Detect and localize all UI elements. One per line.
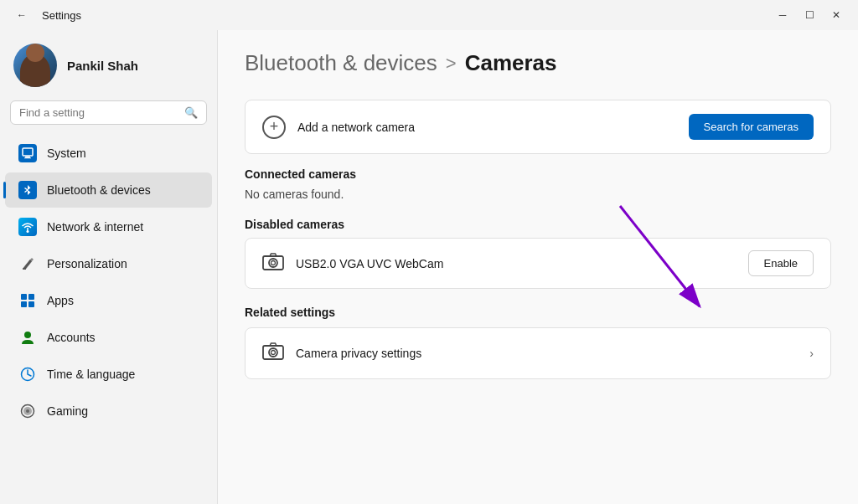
disabled-camera-name: USB2.0 VGA UVC WebCam [296, 257, 443, 270]
avatar-figure [20, 54, 50, 87]
svg-point-13 [26, 409, 29, 413]
sidebar-item-label-system: System [47, 147, 86, 160]
sidebar-item-label-apps: Apps [47, 294, 74, 307]
svg-point-9 [24, 332, 31, 338]
minimize-button[interactable]: ─ [771, 6, 794, 24]
svg-point-15 [269, 259, 277, 267]
svg-rect-0 [23, 148, 33, 156]
camera-privacy-row[interactable]: Camera privacy settings › [246, 328, 830, 378]
sidebar-item-label-bluetooth: Bluetooth & devices [47, 183, 151, 197]
no-cameras-message: No cameras found. [245, 188, 831, 201]
titlebar-left: ← Settings [10, 6, 81, 24]
enable-button[interactable]: Enable [748, 250, 814, 276]
sidebar-item-gaming[interactable]: Gaming [5, 393, 212, 429]
network-icon [18, 218, 37, 236]
close-button[interactable]: ✕ [824, 6, 848, 24]
accounts-icon [18, 328, 37, 347]
avatar [13, 44, 57, 87]
sidebar-item-label-gaming: Gaming [47, 404, 88, 418]
titlebar: ← Settings ─ ☐ ✕ [0, 0, 858, 30]
sidebar-item-label-time: Time & language [47, 368, 135, 381]
svg-point-16 [271, 260, 276, 265]
breadcrumb: Bluetooth & devices > Cameras [245, 50, 831, 76]
svg-rect-8 [28, 301, 34, 307]
maximize-button[interactable]: ☐ [798, 6, 821, 24]
main-content: Bluetooth & devices > Cameras + Add a ne… [218, 30, 858, 504]
sidebar-item-time[interactable]: Time & language [5, 357, 212, 392]
search-box[interactable]: 🔍 [10, 100, 207, 125]
sidebar-item-accounts[interactable]: Accounts [5, 320, 212, 355]
apps-icon [18, 291, 37, 310]
breadcrumb-current: Cameras [465, 50, 557, 76]
svg-rect-4 [23, 268, 26, 270]
search-cameras-button[interactable]: Search for cameras [689, 114, 814, 140]
svg-point-19 [271, 351, 276, 355]
sidebar-item-apps[interactable]: Apps [5, 283, 212, 318]
disabled-camera-left: USB2.0 VGA UVC WebCam [262, 252, 443, 275]
sidebar-item-network[interactable]: Network & internet [5, 209, 212, 244]
search-icon: 🔍 [184, 106, 198, 119]
connected-cameras-title: Connected cameras [245, 167, 831, 181]
sidebar-item-bluetooth[interactable]: Bluetooth & devices [5, 172, 212, 208]
add-camera-row: + Add a network camera Search for camera… [246, 100, 830, 153]
svg-rect-6 [28, 294, 34, 300]
gaming-icon [18, 402, 37, 420]
svg-point-18 [269, 348, 277, 357]
back-button[interactable]: ← [10, 6, 34, 24]
app-title: Settings [42, 9, 81, 22]
camera-icon [262, 252, 284, 275]
disabled-camera-row: USB2.0 VGA UVC WebCam Enable [246, 239, 830, 288]
svg-rect-5 [21, 294, 27, 300]
disabled-cameras-title: Disabled cameras [245, 218, 831, 231]
add-camera-label: Add a network camera [297, 121, 415, 134]
breadcrumb-separator: > [446, 53, 457, 75]
titlebar-controls: ─ ☐ ✕ [771, 6, 848, 24]
camera-privacy-icon [262, 342, 284, 365]
settings-link-left: Camera privacy settings [262, 342, 421, 365]
sidebar: Pankil Shah 🔍 System [0, 30, 218, 504]
sidebar-item-label-network: Network & internet [47, 220, 143, 234]
sidebar-item-personalization[interactable]: Personalization [5, 246, 212, 281]
app-body: Pankil Shah 🔍 System [0, 30, 858, 504]
sidebar-item-label-accounts: Accounts [47, 331, 96, 344]
disabled-camera-card: USB2.0 VGA UVC WebCam Enable [245, 238, 831, 289]
add-camera-card: + Add a network camera Search for camera… [245, 100, 831, 154]
camera-privacy-label: Camera privacy settings [296, 347, 421, 360]
sidebar-item-label-personalization: Personalization [47, 257, 127, 270]
sidebar-item-system[interactable]: System [5, 136, 212, 171]
bluetooth-icon [18, 181, 37, 199]
user-profile[interactable]: Pankil Shah [0, 30, 217, 97]
breadcrumb-parent: Bluetooth & devices [245, 50, 437, 76]
plus-circle-icon: + [262, 116, 286, 139]
svg-rect-2 [24, 157, 31, 158]
system-icon [18, 144, 37, 162]
svg-point-3 [27, 230, 29, 233]
user-name: Pankil Shah [67, 59, 138, 73]
chevron-right-icon: › [809, 347, 814, 360]
personalization-icon [18, 255, 37, 273]
svg-rect-7 [21, 301, 27, 307]
search-input[interactable] [19, 106, 178, 119]
related-settings-title: Related settings [245, 306, 831, 319]
add-camera-left: + Add a network camera [262, 116, 415, 139]
time-icon [18, 365, 37, 383]
related-settings-card: Camera privacy settings › [245, 327, 831, 379]
